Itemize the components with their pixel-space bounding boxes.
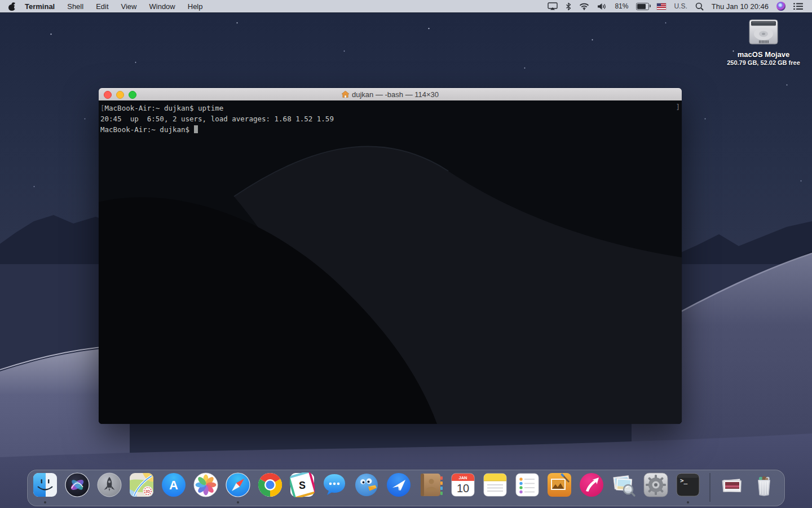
- minimize-button[interactable]: [116, 91, 124, 99]
- wifi-icon[interactable]: [579, 3, 589, 10]
- dock-safari[interactable]: [226, 472, 250, 505]
- command-mark-close: ]: [676, 103, 680, 111]
- volume-info: 250.79 GB, 52.02 GB free: [727, 59, 800, 66]
- dock-reminders[interactable]: [515, 472, 540, 505]
- command-mark-open: [: [100, 104, 105, 112]
- desktop-volume-macos-mojave[interactable]: macOS Mojave 250.79 GB, 52.02 GB free: [727, 19, 800, 66]
- spotlight-search-icon[interactable]: [695, 2, 704, 11]
- dock-terminal[interactable]: >_: [676, 472, 700, 505]
- dock-siri[interactable]: [65, 472, 90, 505]
- twitterrific-bird-icon: [354, 472, 379, 497]
- slack-icon: S: [290, 472, 315, 497]
- preview-icon: [611, 472, 636, 497]
- terminal-translucent-dune: [99, 100, 682, 424]
- dock-launchpad[interactable]: [97, 472, 122, 505]
- window-title-text: dujkan — -bash — 114×30: [352, 90, 439, 99]
- dock-downloads-stack[interactable]: [720, 472, 744, 505]
- notification-center-icon[interactable]: [793, 3, 803, 10]
- menu-app-name[interactable]: Terminal: [25, 2, 55, 11]
- chrome-icon: [258, 472, 283, 497]
- menu-item-shell[interactable]: Shell: [67, 2, 83, 11]
- app-store-icon: A: [161, 472, 186, 497]
- terminal-titlebar[interactable]: dujkan — -bash — 114×30: [99, 88, 682, 100]
- zoom-button[interactable]: [129, 91, 136, 99]
- running-indicator: [237, 501, 239, 503]
- svg-text:S: S: [299, 480, 306, 491]
- system-preferences-gear-icon: [643, 472, 668, 497]
- dock-separator: [709, 473, 710, 502]
- menu-item-view[interactable]: View: [121, 2, 137, 11]
- finder-icon: [33, 472, 58, 497]
- close-button[interactable]: [104, 91, 112, 99]
- dock-pixelmator[interactable]: [547, 472, 572, 505]
- siri-menu-icon[interactable]: [776, 2, 785, 11]
- dock: 3D A: [27, 470, 785, 506]
- dock-finder[interactable]: [33, 472, 58, 505]
- terminal-cursor: [194, 125, 198, 133]
- terminal-line: [MacBook-Air:~ dujkan$ uptime: [100, 103, 680, 113]
- reminders-icon: [515, 472, 540, 497]
- svg-text:A: A: [169, 478, 178, 492]
- trash-full-icon: [752, 472, 776, 497]
- dock-photos[interactable]: [193, 472, 218, 505]
- menu-item-edit[interactable]: Edit: [96, 2, 108, 11]
- photos-icon: [193, 472, 218, 497]
- terminal-content[interactable]: ] [MacBook-Air:~ dujkan$ uptime 20:45 up…: [99, 100, 682, 424]
- dock-spark[interactable]: [386, 472, 411, 505]
- home-folder-icon: [342, 91, 349, 98]
- dock-slack[interactable]: S: [290, 472, 315, 505]
- input-source-flag-icon[interactable]: [657, 3, 666, 10]
- running-indicator: [687, 501, 689, 503]
- svg-text:10: 10: [457, 482, 469, 494]
- launchpad-icon: [97, 472, 122, 497]
- battery-percentage: 81%: [615, 2, 628, 10]
- bluetooth-icon[interactable]: [566, 2, 571, 11]
- maps-icon: 3D: [129, 472, 154, 497]
- terminal-line: 20:45 up 6:50, 2 users, load averages: 1…: [100, 113, 680, 124]
- safari-icon: [226, 472, 250, 497]
- dock-calendar[interactable]: JAN 10: [451, 472, 475, 505]
- dock-trash[interactable]: [752, 472, 776, 505]
- terminal-window: dujkan — -bash — 114×30 ] [MacBook-Air:~…: [99, 88, 682, 424]
- downloads-stack-icon: [720, 472, 744, 497]
- dock-preview[interactable]: [611, 472, 636, 505]
- menu-bar: Terminal Shell Edit View Window Help 81%…: [0, 0, 812, 12]
- dock-contacts[interactable]: [418, 472, 443, 505]
- menu-clock[interactable]: Thu Jan 10 20:46: [712, 2, 769, 11]
- svg-text:JAN: JAN: [458, 475, 467, 480]
- notes-icon: [483, 472, 508, 497]
- volume-icon[interactable]: [597, 3, 607, 10]
- apple-menu-icon[interactable]: [8, 2, 16, 11]
- terminal-app-icon: >_: [676, 472, 700, 497]
- skitch-icon: [579, 472, 604, 497]
- input-source-label[interactable]: U.S.: [674, 2, 687, 10]
- siri-icon: [65, 472, 90, 497]
- dock-twitterrific[interactable]: [354, 472, 379, 505]
- dock-chrome[interactable]: [258, 472, 283, 505]
- svg-text:3D: 3D: [145, 489, 151, 493]
- terminal-line: MacBook-Air:~ dujkan$: [100, 124, 680, 135]
- menu-item-window[interactable]: Window: [149, 2, 175, 11]
- dock-notes[interactable]: [483, 472, 508, 505]
- dock-skitch[interactable]: [579, 472, 604, 505]
- messages-icon: [322, 472, 347, 497]
- svg-text:>_: >_: [680, 477, 688, 484]
- pixelmator-icon: [547, 472, 572, 497]
- hard-drive-icon: [747, 19, 780, 46]
- window-title: dujkan — -bash — 114×30: [342, 90, 439, 99]
- calendar-icon: JAN 10: [451, 472, 475, 497]
- dock-system-preferences[interactable]: [643, 472, 668, 505]
- running-indicator: [44, 501, 46, 503]
- dock-maps[interactable]: 3D: [129, 472, 154, 505]
- menu-item-help[interactable]: Help: [188, 2, 203, 11]
- desktop: { "menubar": { "app_name": "Terminal", "…: [0, 0, 812, 508]
- dock-app-store[interactable]: A: [161, 472, 186, 505]
- contacts-icon: [418, 472, 443, 497]
- spark-mail-icon: [386, 472, 411, 497]
- dock-messages[interactable]: [322, 472, 347, 505]
- volume-label: macOS Mojave: [727, 50, 800, 59]
- airplay-display-icon[interactable]: [548, 2, 558, 10]
- battery-icon[interactable]: [636, 3, 649, 10]
